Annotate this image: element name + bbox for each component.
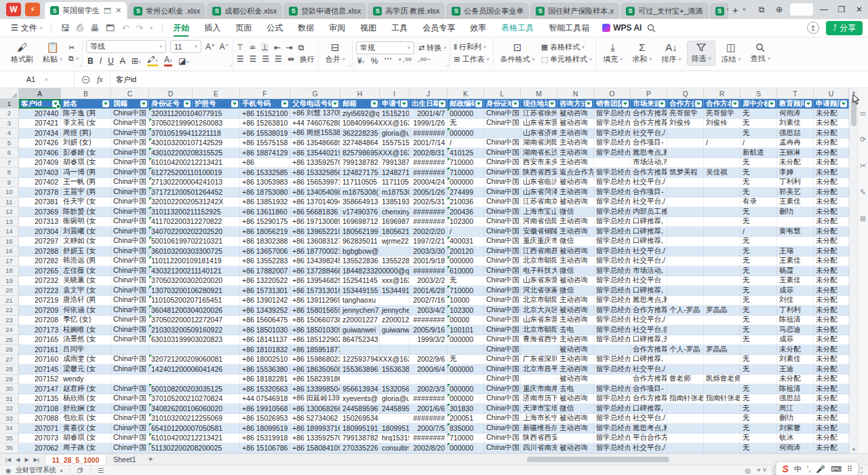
cell-U25[interactable]: 未分配 xyxy=(814,335,849,345)
cell-A6[interactable]: 207406 xyxy=(19,148,61,158)
cell-P35[interactable]: 平台合作方 xyxy=(631,434,667,444)
cell-D8[interactable]: 612725200110100019 xyxy=(149,168,240,178)
cell-B34[interactable]: 黄嘉仪 (女 xyxy=(61,423,111,434)
cell-C21[interactable]: China中国 xyxy=(111,296,149,306)
cell-M25[interactable]: 青海省西宁 xyxy=(521,335,557,345)
cell-I9[interactable]: 117110505 xyxy=(380,178,410,188)
cell-G25[interactable]: +86 1851229020 xyxy=(290,335,340,345)
column-header-B[interactable]: B xyxy=(61,88,111,99)
cell-T13[interactable] xyxy=(777,217,814,227)
cell-L22[interactable]: China中国 xyxy=(484,305,521,316)
cell-I25[interactable] xyxy=(380,335,410,345)
cell-Q2[interactable]: 亮哥留学 xyxy=(667,109,704,119)
cell-A32[interactable]: 207108 xyxy=(19,404,61,414)
cell-D16[interactable]: 360103200303300725 xyxy=(149,246,240,256)
cell-U20[interactable]: 未分配 xyxy=(814,286,849,296)
cell-J11[interactable]: 2002/5/31 xyxy=(410,197,448,208)
vertical-scrollbar[interactable]: ▲ ▼ xyxy=(849,88,857,453)
column-header-F[interactable]: F xyxy=(240,88,290,99)
cell-A4[interactable]: 207434 xyxy=(19,128,61,138)
cell-C27[interactable]: China中国 xyxy=(111,355,149,365)
cell-F34[interactable]: +86 18099519 xyxy=(240,423,290,434)
cell-A27[interactable]: 207160 xyxy=(19,355,61,365)
cell-J3[interactable]: 1999/1/26 xyxy=(410,119,448,129)
cell-C34[interactable]: China中国 xyxy=(111,423,149,434)
cell-F27[interactable]: +86 18002510 xyxy=(240,355,290,365)
row-number[interactable]: 32 xyxy=(0,404,19,414)
cell-I12[interactable]: chenxinyur xyxy=(380,207,410,217)
cell-G20[interactable]: +86 1573130169 xyxy=(290,286,340,296)
cell-H10[interactable]: m1875308( xyxy=(340,187,380,197)
cell-O11[interactable]: 留学总经办 xyxy=(594,197,631,208)
cell-D31[interactable]: 370105200210270824 xyxy=(149,394,240,404)
cell-U28[interactable]: 未分配 xyxy=(814,364,849,375)
cell-L16[interactable]: China中国 xyxy=(484,246,521,256)
row-number[interactable]: 6 xyxy=(0,148,19,158)
document-tab[interactable]: S公务员国企事业单 xyxy=(446,3,529,19)
document-tab[interactable]: S贷款申请信息.xlsx xyxy=(283,3,366,19)
merge-across-icon[interactable]: ⇹ xyxy=(288,54,294,64)
cell-B36[interactable]: 周子路 (女 xyxy=(61,443,111,453)
filter-dropdown-icon[interactable] xyxy=(512,100,519,107)
cell-F14[interactable]: +86 18056219 xyxy=(240,227,290,237)
tab-list-chevron-icon[interactable]: ˅ xyxy=(743,6,750,13)
cell-U21[interactable]: 未分配 xyxy=(814,296,849,306)
cell-B29[interactable]: wendy xyxy=(61,375,111,385)
cell-F17[interactable]: +86 13552283 xyxy=(240,256,290,267)
row-number[interactable]: 31 xyxy=(0,394,19,404)
cell-S32[interactable]: 无 xyxy=(741,404,777,414)
cell-U19[interactable]: 未分配 xyxy=(814,276,849,286)
cell-F29[interactable]: +86 18182281 xyxy=(240,375,290,385)
row-number[interactable]: 29 xyxy=(0,375,19,385)
cell-H3[interactable]: 108409964XXX@163.c xyxy=(340,119,410,129)
cell-R33[interactable] xyxy=(704,414,741,424)
cell-B18[interactable]: 左佳薇 (女 xyxy=(61,266,111,276)
cell-Q4[interactable] xyxy=(667,128,704,138)
cell-N13[interactable]: 主动咨询 xyxy=(557,217,594,227)
row-number[interactable]: 28 xyxy=(0,364,19,375)
cell-K29[interactable] xyxy=(448,375,484,385)
row-number[interactable]: 33 xyxy=(0,414,19,424)
underline-button[interactable]: U xyxy=(108,56,114,66)
cell-D33[interactable]: 310103200212255069 xyxy=(149,414,240,424)
column-header-P[interactable]: P xyxy=(631,88,667,99)
selection-stats-icon[interactable]: 🗇 xyxy=(77,467,83,474)
cell-M14[interactable]: 安徽省铜陵 xyxy=(521,227,557,237)
paste-button[interactable]: 📋 粘贴˅ xyxy=(39,41,66,66)
cell-A8[interactable]: 207403 xyxy=(19,168,61,178)
cell-L12[interactable]: China中国 xyxy=(484,207,521,217)
cell-P29[interactable]: 合作方推荐 xyxy=(631,375,667,385)
font-color-button[interactable]: A˅ xyxy=(164,55,172,66)
decrease-font-icon[interactable]: A⁻ xyxy=(219,42,229,52)
cell-I13[interactable]: 169698712 xyxy=(380,217,410,227)
cell-L10[interactable]: China中国 xyxy=(484,187,521,197)
cell-G19[interactable]: +86 1395468251 xyxy=(290,276,340,286)
cell-C17[interactable]: China中国 xyxy=(111,256,149,267)
cell-S16[interactable]: 无 xyxy=(741,246,777,256)
cell-M9[interactable]: 山东省临沂 xyxy=(521,178,557,188)
cell-P20[interactable]: 口碑推荐, xyxy=(631,286,667,296)
justify-icon[interactable]: ☰ xyxy=(275,54,282,64)
cell-A12[interactable]: 207369 xyxy=(19,207,61,217)
cell-L31[interactable]: China中国 xyxy=(484,394,521,404)
cell-N30[interactable]: 去电 xyxy=(557,384,594,394)
cell-U4[interactable]: 未分配 xyxy=(814,128,849,138)
cell-Q27[interactable] xyxy=(667,355,704,365)
system-chevron-icon[interactable]: ▴ xyxy=(60,468,63,473)
cell-P36[interactable]: 社交平台,/ xyxy=(631,443,667,453)
filter-dropdown-icon[interactable] xyxy=(805,100,812,107)
cell-K20[interactable]: 710000 xyxy=(448,286,484,296)
cell-D30[interactable]: 500108200203035125 xyxy=(149,384,240,394)
cell-P23[interactable]: 社交平台,/ xyxy=(631,316,667,326)
cell-N17[interactable]: 主动咨询 xyxy=(557,256,594,267)
document-tab[interactable]: S高学历 教授.xlsx xyxy=(368,3,445,19)
column-header-O[interactable]: O xyxy=(594,88,631,99)
cell-M10[interactable]: 山东省菏泽 xyxy=(521,187,557,197)
cell-S6[interactable]: 新航道 xyxy=(741,148,777,158)
cell-G2[interactable]: +86 刘慧 137052 xyxy=(290,109,340,119)
header-cell-Q[interactable]: 合作方公 xyxy=(667,99,704,109)
cell-S4[interactable]: 无 xyxy=(741,128,777,138)
cell-H19[interactable]: 152541145 xyxy=(340,276,380,286)
row-number[interactable]: 20 xyxy=(0,286,19,296)
cell-D9[interactable]: 271302200004241013 xyxy=(149,178,240,188)
